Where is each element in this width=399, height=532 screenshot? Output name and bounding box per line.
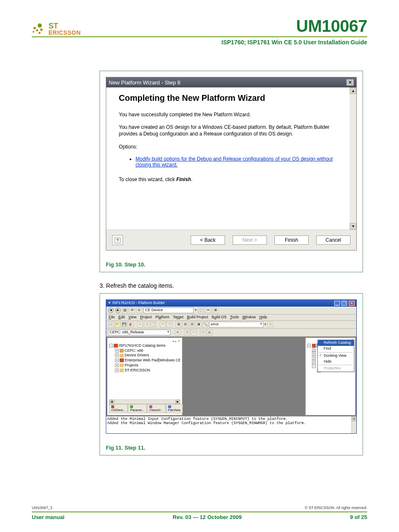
ctx-hide[interactable]: Hide	[318, 359, 354, 365]
toolbar-btn[interactable]: ⚙	[267, 322, 273, 327]
menu-window: Window	[242, 315, 256, 319]
save-icon[interactable]: 💾	[121, 322, 127, 327]
workspace-tabs: OSDesi... Parame... ClassVi... FileView	[109, 404, 180, 413]
catalog-panel: ◂ ▴ ✕ − Catalog + + + + − + Refresh Cata…	[305, 338, 356, 415]
wizard-window: New Platform Wizard - Step 8 ✕ ▴ ▾ Compl…	[106, 77, 357, 251]
tree-item[interactable]: +Device Drivers	[109, 353, 180, 358]
toolbar-btn[interactable]: ▣	[207, 330, 212, 335]
wizard-title-text: New Platform Wizard - Step 8	[109, 79, 180, 86]
menu-help: Help	[259, 315, 267, 319]
toolbar-btn[interactable]: ✂	[205, 307, 211, 313]
tree-item[interactable]: +Enterprise Web Pad[Windows CE devices]	[109, 358, 180, 363]
tree-item[interactable]: +CEPC: x86	[109, 348, 180, 353]
toolbar-btn[interactable]: ⊞	[212, 307, 218, 313]
copy-icon[interactable]: ⎘	[144, 322, 150, 327]
cancel-button[interactable]: Cancel	[316, 235, 350, 245]
pb-titlebar: ✦ ISP1761HCD - Platform Builder _ ❐ ✕	[106, 300, 356, 307]
wizard-titlebar: New Platform Wizard - Step 8 ✕	[106, 77, 356, 87]
doc-id: UM10067	[296, 17, 367, 36]
nav-forward-icon[interactable]: ►	[115, 307, 121, 313]
menu-platform: Platform	[156, 315, 170, 319]
doc-subtitle: ISP1760; ISP1761 Win CE 5.0 User Install…	[32, 39, 367, 46]
tree-hscroll[interactable]: ◄ ►	[109, 399, 180, 404]
find-combo[interactable]: error	[209, 322, 263, 327]
ctx-docking-view[interactable]: ✓Docking View	[318, 353, 354, 359]
toolbar-btn[interactable]: ⊟	[182, 322, 188, 327]
toolbar-btn[interactable]: ⊠	[196, 322, 202, 327]
footer-pagenum: 9 of 25	[350, 514, 367, 520]
tab-osdesign[interactable]: OSDesi...	[109, 404, 128, 413]
maximize-icon[interactable]: ❐	[341, 301, 347, 306]
toolbar-btn[interactable]: ✂	[191, 330, 197, 335]
cut-icon[interactable]: ✂	[137, 322, 143, 327]
minimize-icon[interactable]: _	[334, 301, 340, 306]
figure-caption: Fig 11. Step 11.	[106, 445, 357, 451]
build-icon[interactable]: ⛯	[175, 330, 181, 335]
tree-item[interactable]: +Projects	[109, 363, 180, 368]
menu-buildos: Build OS	[212, 315, 227, 319]
toolbar-btn[interactable]: ⊞	[176, 322, 182, 327]
figure-11-frame: ✦ ISP1761HCD - Platform Builder _ ❐ ✕ ◄ …	[100, 293, 363, 455]
modify-build-link[interactable]: Modify build options for the Debug and R…	[136, 156, 333, 168]
close-icon[interactable]: ✕	[346, 79, 354, 86]
toolbar-btn[interactable]: ⬚	[198, 307, 204, 313]
close-hint: To close this wizard, click Finish.	[119, 176, 337, 183]
toolbar-btn[interactable]: ⟳	[129, 307, 135, 313]
output-line: Added the Minimal Window Manager Configu…	[107, 422, 356, 426]
nav-back-icon[interactable]: ◄	[108, 307, 114, 313]
close-icon[interactable]: ✕	[349, 301, 355, 306]
help-button[interactable]: ?	[112, 235, 123, 245]
toolbar-btn[interactable]: ⛭	[136, 307, 142, 313]
menu-tools: Tools	[230, 315, 239, 319]
device-select[interactable]: CE Device	[143, 307, 194, 313]
output-vscroll[interactable]: ▴	[351, 417, 356, 433]
page-footer: UM10067_3 © ST-ERICSSON. All rights rese…	[32, 506, 367, 520]
ctx-refresh-catalog[interactable]: Refresh Catalog	[318, 340, 354, 346]
back-button[interactable]: < Back	[191, 235, 225, 245]
undo-icon[interactable]: ↶	[160, 322, 166, 327]
tree-root[interactable]: −ISP1761HCD Catalog items	[109, 343, 180, 348]
toolbar-btn[interactable]: ⊞	[184, 330, 190, 335]
logo-dots-icon	[32, 23, 47, 35]
menu-view: View	[128, 315, 136, 319]
toolbar-btn[interactable]: ⊡	[189, 322, 195, 327]
wizard-paragraph: You have successfully completed the New …	[119, 111, 337, 118]
menu-project: Project	[140, 315, 152, 319]
help-icon: ?	[115, 238, 120, 243]
menu-file: File	[109, 315, 115, 319]
context-menu: Refresh Catalog Find ✓Docking View Hide …	[317, 340, 354, 372]
toolbar-btn[interactable]: ▤	[122, 307, 128, 313]
menu-buildproject: Build Project	[187, 315, 208, 319]
new-icon[interactable]: □	[108, 322, 114, 327]
ctx-properties[interactable]: Properties	[318, 366, 354, 371]
saveall-icon[interactable]: ◧	[128, 322, 134, 327]
footer-rule	[32, 512, 367, 512]
scroll-down-icon[interactable]: ▾	[350, 223, 356, 230]
header-rule	[32, 36, 367, 37]
menu-target: Target	[173, 315, 183, 319]
next-button[interactable]: Next >	[233, 235, 267, 245]
open-icon[interactable]: 📂	[115, 322, 120, 327]
workspace-tree-panel: ◂ ▴ ✕ −ISP1761HCD Catalog items +CEPC: x…	[107, 338, 182, 415]
footer-revision: Rev. 03 — 12 October 2009	[173, 514, 242, 520]
pb-title-text: ✦ ISP1761HCD - Platform Builder	[108, 301, 165, 305]
paste-icon[interactable]: 📋	[151, 322, 156, 327]
pb-menubar[interactable]: File Edit View Project Platform Target B…	[106, 315, 356, 321]
editor-area	[184, 338, 304, 415]
ctx-find[interactable]: Find	[318, 346, 354, 352]
toolbar-btn[interactable]: □	[200, 330, 206, 335]
tree-item[interactable]: +ST-ERICSSON	[109, 368, 180, 373]
platform-builder-window: ✦ ISP1761HCD - Platform Builder _ ❐ ✕ ◄ …	[106, 299, 357, 434]
config-combo[interactable]: CEPC: x86_Release	[108, 330, 171, 335]
wizard-heading: Completing the New Platform Wizard	[119, 93, 337, 103]
tab-parame[interactable]: Parame...	[128, 404, 147, 413]
scroll-up-icon[interactable]: ▴	[350, 87, 356, 94]
footer-docref: UM10067_3	[32, 506, 52, 510]
finish-button[interactable]: Finish	[274, 235, 309, 245]
tab-classview[interactable]: ClassVi...	[147, 404, 166, 413]
redo-icon[interactable]: ↷	[166, 322, 172, 327]
tab-fileview[interactable]: FileView	[166, 404, 183, 413]
pb-nav-toolbar: ◄ ► ▤ ⟳ ⛭ CE Device ▾ ⬚ ✂ ⊞	[106, 307, 356, 315]
figure-10-frame: New Platform Wizard - Step 8 ✕ ▴ ▾ Compl…	[100, 71, 363, 272]
find-icon[interactable]: 🔍	[202, 322, 208, 327]
